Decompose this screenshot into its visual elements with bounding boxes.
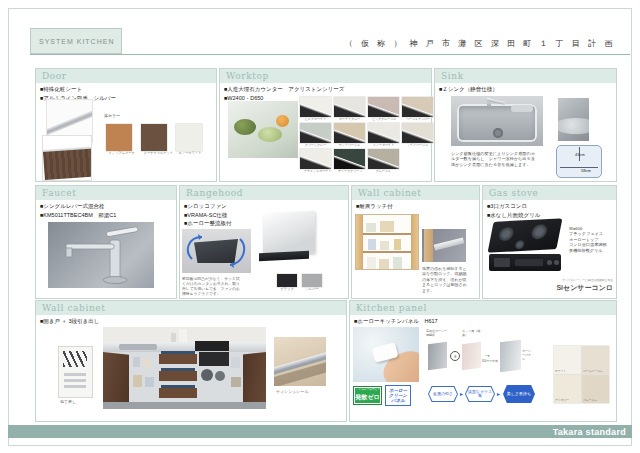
worktop-swatch-label: ホワイトグレー [338,117,361,121]
benefit-hex-2-text: 清潔なガラス質 [466,387,494,401]
door-panel-title: Door [42,71,67,81]
rangehood-swatch-label: シルバー [304,287,321,291]
worktop-color-swatch [402,97,433,117]
stored-item [366,223,376,232]
si-sensor-logo-tagline: すべてのバーナーに調理油過熱防止装置 [558,278,613,282]
worktop-swatch-label: ピンクグレージュ [372,117,395,121]
wall-cabinet-illustration [355,214,419,270]
rangehood-photo [257,212,319,262]
kitchen-panel-specs: ■ホーローキッチンパネル H617 [354,317,438,326]
panel-swatch-label: ペールベージュ [583,370,603,374]
formaldehyde-zero-badge: ホルムアルデヒド 発散ゼロ [354,387,381,404]
flow-arrow-icon: ► [496,391,501,397]
panel-color-swatch: グレージュ [582,375,609,403]
worktop-color-swatch [334,123,365,143]
benefit-hex-2: 清潔なガラス質 [465,386,495,402]
knife-holder-label: 包丁差し [60,399,76,404]
rangehood-panel: Rangehood ■シロッコファン ■VRAMA-SC仕様 ■ホーロー整流板付… [179,185,349,299]
firing-temp-label: 850℃で焼成 [482,359,498,363]
door-front-photo [42,135,92,181]
steel-layer [428,342,447,370]
worktop-color-swatch [368,123,399,143]
latch-detail-photo [422,229,466,262]
drawer-contents [161,351,195,354]
plus-icon: ＋ [450,351,460,361]
door-color-label: 扉カラー [104,113,120,118]
knife-slot [64,379,86,382]
worktop-swatch-label: ベージュアンバー [406,117,429,121]
badge-blue-text: ホーロー クリーン パネル [389,388,407,404]
worktop-swatch-label: ピュアホワイト [304,117,327,121]
open-door-left [103,352,129,407]
wall-cabinet-upper-title: Wall cabinet [358,188,421,198]
cabinet-left-door [356,215,363,269]
worktop-color-swatch [300,97,331,117]
si-sensor-logo-text: Siセンサーコンロ [535,283,613,293]
benefit-hex-3-text: 美しさ長持ち [503,385,535,403]
grapes [258,127,282,142]
rangehood-panel-title: Rangehood [186,188,243,198]
bottle [171,333,176,342]
kitchen-panel-title: Kitchen panel [356,303,427,313]
stove-knob [554,260,559,265]
gas-stove-description: W=600 ブラックフェイス ホーロートップ コンロ全口温度調節 多機能搭載グリ… [569,226,609,254]
badge-green-top-text: ホルムアルデヒド [359,387,377,390]
steel-layer-label: 高品位ホーロー用鋼板 [426,329,449,337]
sink-drain [493,128,503,138]
stored-item [380,241,389,250]
rangehood-swatch-cell: シルバー [302,274,322,292]
burner [498,227,515,242]
benefit-hex-3: 美しさ長持ち [503,385,535,403]
knife-slot [64,373,86,376]
kitchen-panel-header: Kitchen panel [350,301,616,315]
wall-cabinet-base-title: Wall cabinet [42,303,105,313]
rangehood-color-swatch [302,274,322,287]
drawer-rail-photo [274,337,326,386]
worktop-color-swatch [334,149,365,169]
latch-arm [434,237,465,250]
stored-item [380,221,394,232]
badge-green-main-text: 発散ゼロ [354,393,381,402]
dim-line-horizontal [560,167,598,168]
enamel-panel-layer [500,340,521,373]
benefit-hex-1-text: 金属の強さ [429,387,457,401]
door-color-swatch [141,124,167,151]
stored-item [393,257,402,269]
sink-detail-curve [558,118,589,134]
worktop-swatch-label: サンドベージュ [338,143,361,147]
glass-layer-label: ガラス質（釉薬） [462,329,485,337]
panel-swatch-label: グレージュ [583,399,597,403]
cleaning-arrows [182,229,251,273]
sink-panel-title: Sink [441,71,464,81]
burner-small [514,240,525,249]
panel-color-swatch: ホワイト [554,346,581,374]
project-title: （ 仮 称 ） 神 戸 市 灘 区 深 田 町 １ 丁 目 計 画 [330,38,630,49]
rangehood-color-swatch [277,274,297,287]
stored-item [133,375,142,387]
sink-photo [451,96,543,146]
open-door-right [243,352,266,406]
spec-sheet-page: SYSTEM KITCHEN （ 仮 称 ） 神 戸 市 灘 区 深 田 町 １… [0,0,640,453]
door-swatch-cell: ダークウォルナット [141,124,167,156]
worktop-panel-header: Worktop [220,69,431,83]
drawer-rail-label: サイレントレール [276,389,309,394]
rangehood-swatch-label: ブラック [279,287,296,291]
rangehood-body [263,211,315,256]
door-swatch-label: スノーホワイト [179,151,200,155]
vegetable [234,119,256,135]
sink-width-dim: 58cm [581,168,591,173]
wall-cabinet-base-panel: Wall cabinet ■開き戸 ＋ 3段引き出し 包丁差し [35,300,347,422]
stove-front-photo [489,254,561,271]
worktop-color-swatch [368,149,399,169]
stove-knob [547,260,552,265]
arrow-icon: → [484,351,491,358]
stored-item [367,257,376,269]
cabinet-shelf [363,233,411,235]
gas-stove-panel: Gas stove ■3口ガスコンロ ■水なし片面焼グリル W=600 ブラック… [482,185,617,299]
worktop-swatch-label: グリーングレー [304,143,327,147]
gas-stove-specs: ■3口ガスコンロ ■水なし片面焼グリル [487,202,540,219]
worktop-swatch-label: グレージュ [372,169,395,173]
latch-door-edge [424,229,433,262]
drawer-contents [161,385,195,388]
rangehood-caption: 整流板は凹凸が少なく、サッと拭くだけのカンタンお手入れ。取り外して丸洗いもでき、… [182,276,241,296]
